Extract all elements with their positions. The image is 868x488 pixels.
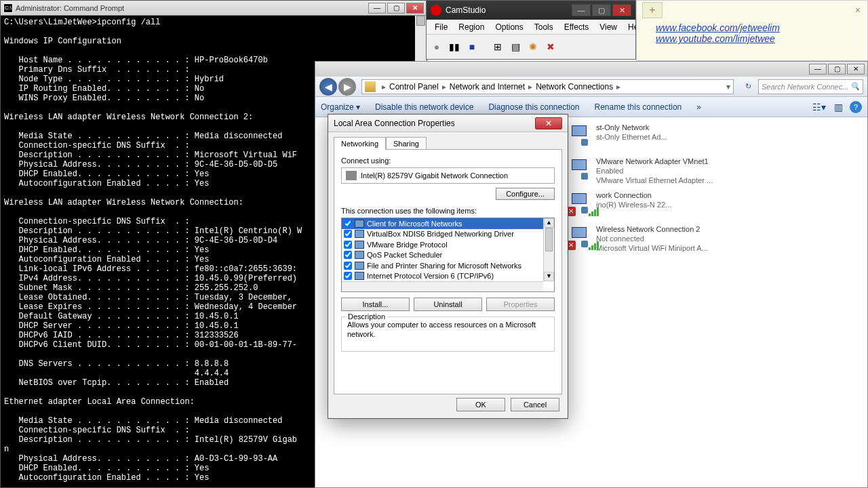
menu-file[interactable]: File bbox=[429, 21, 453, 33]
item-row[interactable]: VirtualBox NDIS6 Bridged Networking Driv… bbox=[342, 229, 543, 240]
explorer-navbar: ◀ ▶ ▸ Control Panel ▸ Network and Intern… bbox=[315, 77, 867, 97]
scroll-up-icon[interactable]: ▲ bbox=[544, 218, 554, 228]
change-view-button[interactable]: ☷▾ bbox=[812, 100, 827, 115]
dialog-tabs: Networking Sharing bbox=[328, 132, 568, 149]
ok-button[interactable]: OK bbox=[456, 398, 505, 411]
items-list: Client for Microsoft Networks VirtualBox… bbox=[341, 218, 555, 292]
toggle-view-icon[interactable]: ⊞ bbox=[490, 39, 505, 54]
preview-pane-button[interactable]: ▥ bbox=[831, 100, 846, 115]
back-button[interactable]: ◀ bbox=[319, 78, 337, 96]
note-link-facebook[interactable]: www.facebook.com/jetweelim bbox=[656, 22, 780, 33]
list-scrollbar-h[interactable] bbox=[342, 281, 543, 291]
close-button[interactable]: ✕ bbox=[406, 3, 424, 14]
search-input[interactable]: Search Network Connec...🔍 bbox=[758, 79, 863, 94]
item-checkbox[interactable] bbox=[344, 230, 352, 238]
maximize-button[interactable]: ▢ bbox=[828, 64, 846, 75]
close-button[interactable]: ✕ bbox=[535, 117, 562, 129]
maximize-button[interactable]: ▢ bbox=[592, 4, 611, 16]
crumb-network-internet[interactable]: Network and Internet bbox=[450, 82, 525, 92]
tab-networking[interactable]: Networking bbox=[334, 137, 386, 150]
conn-status: Not connected bbox=[596, 234, 743, 243]
connection-item[interactable]: st-Only Network st-Only Ethernet Ad... bbox=[566, 123, 743, 152]
item-checkbox[interactable] bbox=[344, 251, 352, 259]
tab-sharing[interactable]: Sharing bbox=[386, 137, 427, 150]
item-row[interactable]: QoS Packet Scheduler bbox=[342, 250, 543, 261]
item-checkbox[interactable] bbox=[344, 220, 352, 228]
install-button[interactable]: Install... bbox=[341, 298, 410, 311]
menu-view[interactable]: View bbox=[594, 21, 623, 33]
menu-region[interactable]: Region bbox=[453, 21, 490, 33]
list-scrollbar[interactable]: ▲▼ bbox=[543, 218, 554, 281]
close-note-button[interactable]: × bbox=[855, 5, 861, 16]
minimize-button[interactable]: — bbox=[809, 64, 827, 75]
explorer-titlebar[interactable]: — ▢ ✕ bbox=[315, 62, 867, 77]
new-note-button[interactable]: + bbox=[642, 2, 663, 18]
item-checkbox[interactable] bbox=[344, 272, 352, 280]
scrollbar-thumb[interactable] bbox=[545, 228, 553, 251]
rename-button[interactable]: Rename this connection bbox=[595, 102, 682, 112]
stop-button[interactable]: ■ bbox=[465, 39, 479, 54]
configure-button[interactable]: Configure... bbox=[496, 188, 555, 200]
more-commands[interactable]: » bbox=[696, 102, 701, 112]
network-adapter-icon: ✕ bbox=[566, 224, 592, 250]
item-label: VirtualBox NDIS6 Bridged Networking Driv… bbox=[367, 230, 514, 238]
scrollbar-thumb[interactable] bbox=[416, 16, 425, 26]
item-checkbox[interactable] bbox=[344, 262, 352, 270]
annotations-icon[interactable]: ▤ bbox=[508, 39, 523, 54]
refresh-button[interactable]: ↻ bbox=[741, 79, 755, 94]
menu-tools[interactable]: Tools bbox=[529, 21, 559, 33]
item-row[interactable]: File and Printer Sharing for Microsoft N… bbox=[342, 260, 543, 271]
cam-title: CamStudio bbox=[446, 5, 570, 15]
item-row[interactable]: Client for Microsoft Networks bbox=[342, 218, 543, 229]
cmd-icon: C:\ bbox=[3, 3, 13, 13]
network-adapter-icon bbox=[566, 157, 592, 182]
item-row[interactable]: VMware Bridge Protocol bbox=[342, 239, 543, 250]
search-placeholder: Search Network Connec... bbox=[762, 83, 848, 91]
maximize-button[interactable]: ▢ bbox=[387, 3, 405, 14]
camstudio-window: CamStudio — ▢ ✕ File Region Options Tool… bbox=[426, 0, 636, 60]
menu-options[interactable]: Options bbox=[490, 21, 528, 33]
conn-desc: VMware Virtual Ethernet Adapter ... bbox=[596, 176, 743, 185]
item-checkbox[interactable] bbox=[344, 241, 352, 249]
folder-icon bbox=[365, 81, 376, 92]
close-button[interactable]: ✕ bbox=[847, 64, 865, 75]
minimize-button[interactable]: — bbox=[572, 4, 591, 16]
scroll-down-icon[interactable]: ▼ bbox=[544, 272, 554, 281]
connection-item[interactable]: VMware Network Adapter VMnet1 Enabled VM… bbox=[566, 157, 743, 186]
note-body[interactable]: www.facebook.com/jetweelim www.youtube.c… bbox=[637, 1, 867, 44]
description-legend: Description bbox=[346, 312, 387, 321]
conn-status: Enabled bbox=[596, 166, 743, 176]
settings-icon[interactable]: ✺ bbox=[526, 39, 540, 54]
cmd-title: Administrator: Command Prompt bbox=[16, 4, 367, 12]
dialog-titlebar[interactable]: Local Area Connection Properties ✕ bbox=[328, 115, 568, 132]
uninstall-button[interactable]: Uninstall bbox=[414, 298, 482, 311]
address-bar[interactable]: ▸ Control Panel ▸ Network and Internet ▸… bbox=[361, 79, 734, 94]
cancel-button[interactable]: Cancel bbox=[511, 398, 559, 411]
service-icon bbox=[355, 241, 364, 249]
crumb-control-panel[interactable]: Control Panel bbox=[389, 82, 439, 92]
crumb-network-connections[interactable]: Network Connections bbox=[536, 82, 613, 92]
cmd-titlebar[interactable]: C:\ Administrator: Command Prompt — ▢ ✕ bbox=[1, 1, 427, 16]
forward-button[interactable]: ▶ bbox=[338, 78, 356, 96]
connection-item[interactable]: ✕ work Connection ino(R) Wireless-N 22..… bbox=[566, 190, 743, 220]
pause-button[interactable]: ▮▮ bbox=[447, 39, 462, 54]
disable-device-button[interactable]: Disable this network device bbox=[375, 102, 473, 112]
record-button[interactable]: ● bbox=[429, 39, 444, 54]
note-link-youtube[interactable]: www.youtube.com/limjetwee bbox=[656, 33, 775, 44]
cancel-icon[interactable]: ✖ bbox=[543, 39, 558, 54]
network-adapter-icon: ✕ bbox=[566, 190, 592, 216]
diagnose-button[interactable]: Diagnose this connection bbox=[488, 102, 579, 112]
item-row[interactable]: Internet Protocol Version 6 (TCP/IPv6) bbox=[342, 271, 543, 282]
camstudio-icon bbox=[431, 5, 441, 16]
item-label: Client for Microsoft Networks bbox=[367, 220, 462, 228]
dialog-panel: Connect using: Intel(R) 82579V Gigabit N… bbox=[334, 149, 562, 394]
properties-button[interactable]: Properties bbox=[486, 298, 555, 311]
organize-menu[interactable]: Organize ▾ bbox=[321, 102, 360, 112]
cam-titlebar[interactable]: CamStudio — ▢ ✕ bbox=[427, 1, 635, 20]
connection-item[interactable]: ✕ Wireless Network Connection 2 Not conn… bbox=[566, 224, 743, 254]
description-text: Allows your computer to access resources… bbox=[347, 320, 549, 339]
menu-effects[interactable]: Effects bbox=[559, 21, 594, 33]
close-button[interactable]: ✕ bbox=[612, 4, 631, 16]
help-button[interactable]: ? bbox=[850, 101, 862, 113]
minimize-button[interactable]: — bbox=[368, 3, 386, 14]
